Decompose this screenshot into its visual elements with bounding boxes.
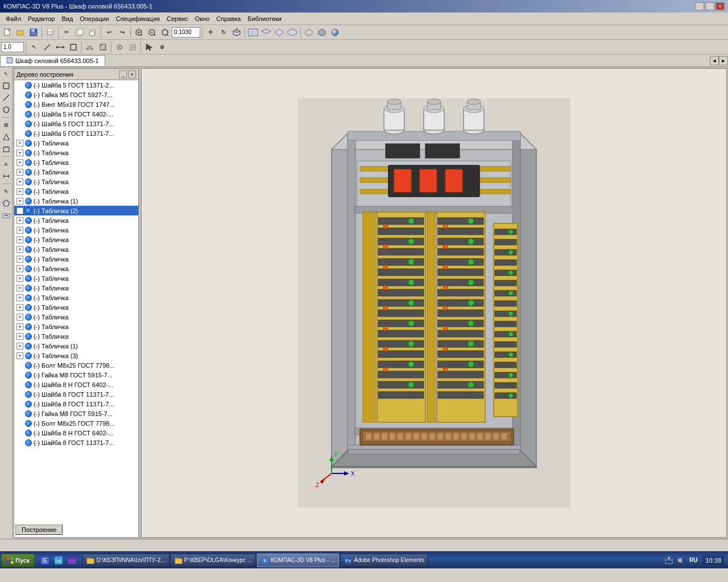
doc-scroll-right[interactable]: ► — [719, 56, 728, 65]
menu-help[interactable]: Справка — [213, 14, 244, 23]
wireframe-button[interactable] — [303, 26, 315, 39]
tool-12[interactable] — [1, 210, 12, 221]
tree-item[interactable]: (-) Гайка М5 ГОСТ 5927-7... — [14, 90, 138, 99]
view-top[interactable] — [260, 26, 272, 39]
tree-item[interactable]: (-) Болт М8х25 ГОСТ 7798... — [14, 360, 138, 370]
tree-item[interactable]: (-) Шайба 5 ГОСТ 11371-2... — [14, 80, 138, 90]
rotate-button[interactable]: ↻ — [217, 26, 230, 39]
tree-item[interactable]: (-) Шайба 5 ГОСТ 11371-7... — [14, 128, 138, 138]
tree-item[interactable]: +(-) Табличка — [14, 312, 138, 322]
tree-expand-btn[interactable]: + — [16, 236, 23, 243]
menu-edit[interactable]: Редактор — [24, 14, 58, 23]
menu-service[interactable]: Сервис — [163, 14, 192, 23]
taskbar-item-kompas[interactable]: K КОМПАС-3D V8 Plus - ... — [257, 554, 339, 567]
segment-tool[interactable] — [54, 41, 67, 53]
menu-spec[interactable]: Спецификация — [113, 14, 163, 23]
minimize-button[interactable]: _ — [695, 2, 704, 10]
tree-item[interactable]: +(-) Табличка — [14, 215, 138, 225]
taskbar-item-folder1[interactable]: D:\КБЭП\INNA\Izv\ПТУ-2... — [82, 554, 169, 567]
doc-scroll-left[interactable]: ◄ — [710, 56, 719, 65]
tree-expand-btn[interactable]: + — [16, 188, 23, 195]
tree-expand-btn[interactable]: + — [16, 256, 23, 263]
tree-item[interactable]: (-) Шайба 5 Н ГОСТ 6402-... — [14, 109, 138, 119]
tree-expand-btn[interactable]: + — [16, 227, 23, 234]
tree-item[interactable]: +(-) Табличка — [14, 235, 138, 244]
tree-expand-btn[interactable]: + — [16, 159, 23, 166]
tree-item[interactable]: +(-) Табличка — [14, 302, 138, 312]
zoom-out-button[interactable] — [146, 26, 158, 39]
dim-tool[interactable]: dim — [84, 41, 96, 53]
tree-minimize-btn[interactable]: _ — [119, 70, 127, 78]
tree-item[interactable]: +(-) Табличка — [14, 283, 138, 293]
print-button[interactable] — [44, 26, 56, 39]
tool-2[interactable] — [1, 80, 12, 92]
zoom-input[interactable] — [172, 27, 200, 38]
quick-launch-3[interactable] — [66, 554, 78, 567]
pan-button[interactable]: ✛ — [204, 26, 217, 39]
start-button[interactable]: Пуск — [1, 554, 35, 567]
tree-item[interactable]: (-) Гайка М8 ГОСТ 5915-7... — [14, 370, 138, 380]
quick-launch-1[interactable]: IE — [39, 554, 51, 567]
rect-tool[interactable] — [67, 41, 80, 53]
tree-expand-btn[interactable]: + — [16, 198, 23, 205]
view-iso[interactable] — [286, 26, 299, 39]
tree-item[interactable]: +(-) Табличка (1) — [14, 341, 138, 351]
menu-view[interactable]: Вид — [58, 14, 76, 23]
tree-expand-btn[interactable]: + — [16, 333, 23, 340]
taskbar-item-folder2[interactable]: P:\КВЕР\OLGA\Конкурс ... — [171, 554, 256, 567]
tool-3[interactable] — [1, 92, 12, 103]
copy-button[interactable] — [73, 26, 86, 39]
line-tool[interactable] — [41, 41, 53, 53]
3d-viewport[interactable]: X Y Z — [141, 68, 727, 538]
render-button[interactable] — [329, 26, 341, 39]
tree-expand-btn[interactable]: + — [16, 178, 23, 185]
tree-item[interactable]: +(-) Табличка — [14, 273, 138, 283]
tree-expand-btn[interactable]: + — [16, 285, 23, 292]
cut-button[interactable]: ✂ — [60, 26, 73, 39]
tree-close-btn[interactable]: × — [128, 70, 136, 78]
tree-expand-btn[interactable]: + — [16, 304, 23, 311]
tool-8[interactable]: A — [1, 159, 12, 170]
tree-item[interactable]: +(-) Табличка (2) — [14, 206, 138, 215]
tray-lang[interactable]: RU — [687, 557, 700, 563]
document-tab[interactable]: Шкаф силовой 656433.005-1 — [0, 55, 105, 66]
quick-launch-2[interactable]: OE — [52, 554, 65, 567]
tool-5[interactable]: ⊞ — [1, 119, 12, 131]
shaded-button[interactable] — [316, 26, 328, 39]
redo-button[interactable]: ↪ — [116, 26, 129, 39]
tool-6[interactable] — [1, 131, 12, 143]
tree-expand-btn[interactable]: + — [16, 294, 23, 301]
tree-item[interactable]: +(-) Табличка (3) — [14, 351, 138, 360]
tree-expand-btn[interactable]: + — [16, 217, 23, 224]
tree-expand-btn[interactable]: + — [16, 169, 23, 176]
tree-item[interactable]: +(-) Табличка — [14, 254, 138, 264]
menu-file[interactable]: Файл — [2, 14, 24, 23]
tree-expand-btn[interactable]: + — [16, 207, 23, 214]
tool-9[interactable] — [1, 171, 12, 182]
tool-4[interactable] — [1, 104, 12, 115]
3d-view-button[interactable] — [230, 26, 243, 39]
tree-item[interactable]: +(-) Табличка — [14, 244, 138, 254]
zoom-in-button[interactable] — [133, 26, 145, 39]
new-button[interactable] — [1, 26, 14, 39]
view-front[interactable]: □ — [247, 26, 259, 39]
tree-item[interactable]: +(-) Табличка — [14, 148, 138, 157]
tool-10[interactable]: ✎ — [1, 186, 12, 197]
tree-expand-btn[interactable]: + — [16, 323, 23, 330]
tree-item[interactable]: +(-) Табличка — [14, 331, 138, 341]
tree-item[interactable]: +(-) Табличка — [14, 157, 138, 167]
tree-item[interactable]: (-) Шайба 5 ГОСТ 11371-7... — [14, 119, 138, 128]
tree-expand-btn[interactable]: + — [16, 352, 23, 359]
tree-expand-btn[interactable]: + — [16, 314, 23, 321]
tree-expand-btn[interactable]: + — [16, 149, 23, 156]
tree-item[interactable]: +(-) Табличка — [14, 225, 138, 235]
undo-button[interactable]: ↩ — [103, 26, 115, 39]
tree-item[interactable]: +(-) Табличка — [14, 322, 138, 331]
tree-item[interactable]: +(-) Табличка (1) — [14, 196, 138, 206]
tree-item[interactable]: +(-) Табличка — [14, 264, 138, 273]
maximize-button[interactable]: □ — [705, 2, 714, 10]
select-tool[interactable]: ↖ — [1, 68, 12, 80]
scale-input[interactable] — [1, 42, 24, 52]
tree-item[interactable]: +(-) Табличка — [14, 177, 138, 186]
grid-tool[interactable] — [126, 41, 139, 53]
